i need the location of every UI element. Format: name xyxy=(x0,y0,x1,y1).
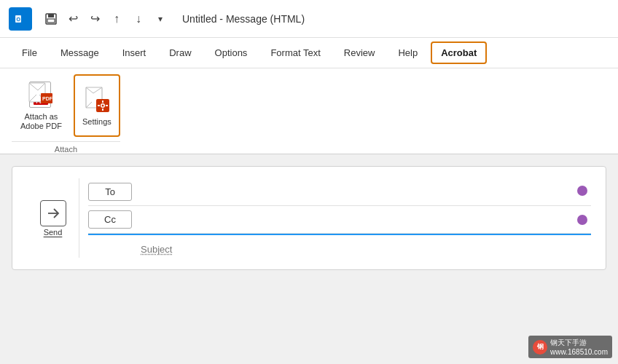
menu-bar: FileMessageInsertDrawOptionsFormat TextR… xyxy=(0,38,618,68)
svg-text:O: O xyxy=(17,17,21,22)
attach-group-label: Attach xyxy=(12,141,120,154)
redo-button[interactable]: ↪ xyxy=(85,9,105,29)
up-button[interactable]: ↑ xyxy=(106,9,127,29)
send-button[interactable]: Send xyxy=(31,194,75,242)
svg-rect-21 xyxy=(102,100,103,103)
cc-input[interactable] xyxy=(141,214,576,225)
menu-item-draw[interactable]: Draw xyxy=(159,41,201,64)
svg-rect-4 xyxy=(48,14,54,17)
attach-pdf-icon: PDF PDF xyxy=(26,80,55,109)
menu-item-file[interactable]: File xyxy=(12,41,47,64)
ribbon-group-attach: PDF PDF xyxy=(12,74,120,154)
dropdown-button[interactable]: ▾ xyxy=(150,9,171,29)
subject-label: Subject xyxy=(141,244,172,255)
svg-text:PDF: PDF xyxy=(42,96,53,101)
window-title: Untitled - Message (HTML) xyxy=(182,13,305,25)
menu-item-message[interactable]: Message xyxy=(50,41,109,64)
title-bar: O ↩ ↪ ↑ ↓ ▾ Untitled - Message (HTML) xyxy=(0,0,618,38)
settings-icon xyxy=(82,85,112,114)
watermark: 钢 钢天下手游www.168510.com xyxy=(528,336,612,358)
menu-item-review[interactable]: Review xyxy=(334,41,386,64)
save-button[interactable] xyxy=(41,9,61,29)
cc-row: Cc xyxy=(88,206,591,234)
send-arrow-icon xyxy=(40,200,66,226)
subject-row: Subject xyxy=(88,238,591,258)
settings-label: Settings xyxy=(82,117,112,127)
menu-item-acrobat[interactable]: Acrobat xyxy=(431,41,487,64)
svg-rect-23 xyxy=(98,105,100,106)
toolbar-icons: ↩ ↪ ↑ ↓ ▾ xyxy=(41,9,171,29)
menu-item-help[interactable]: Help xyxy=(388,41,428,64)
attach-pdf-button[interactable]: PDF PDF xyxy=(12,74,71,137)
cc-button[interactable]: Cc xyxy=(88,210,132,229)
menu-item-insert[interactable]: Insert xyxy=(112,41,157,64)
svg-rect-24 xyxy=(106,105,108,106)
svg-point-20 xyxy=(101,104,103,106)
to-button[interactable]: To xyxy=(88,183,132,201)
send-label: Send xyxy=(44,228,63,237)
svg-rect-22 xyxy=(102,108,103,111)
cc-recipient-dot xyxy=(577,215,587,225)
settings-button[interactable]: Settings xyxy=(74,74,120,137)
menu-item-formattext[interactable]: Format Text xyxy=(260,41,330,64)
attach-pdf-label: Attach asAdobe PDF xyxy=(20,112,62,131)
to-row: To xyxy=(88,178,591,206)
ribbon: PDF PDF xyxy=(0,68,618,154)
undo-button[interactable]: ↩ xyxy=(63,9,83,29)
down-button[interactable]: ↓ xyxy=(128,9,149,29)
to-input[interactable] xyxy=(141,186,576,197)
watermark-text: 钢天下手游www.168510.com xyxy=(550,338,608,356)
watermark-logo: 钢 xyxy=(533,340,547,355)
outlook-logo: O xyxy=(9,7,32,31)
svg-rect-5 xyxy=(47,19,55,23)
to-recipient-dot xyxy=(577,186,587,196)
compose-area: Send To Cc xyxy=(0,154,618,364)
menu-item-options[interactable]: Options xyxy=(205,41,258,64)
compose-card: Send To Cc xyxy=(12,166,606,270)
